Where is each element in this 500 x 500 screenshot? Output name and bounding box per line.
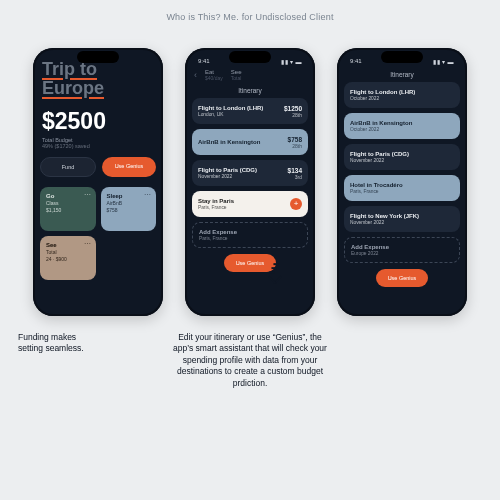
trip-title: Trip to Europe <box>40 58 156 98</box>
budget-label: Total Budget <box>42 137 73 143</box>
more-icon[interactable]: ⋯ <box>84 191 91 199</box>
status-icons: ▮▮ ▾ ▬ <box>433 58 454 65</box>
category-sleep[interactable]: ⋯ Sleep AirBnB $758 <box>101 187 157 231</box>
category-go[interactable]: ⋯ Go Class $1,150 <box>40 187 96 231</box>
item-sub: October 2022 <box>350 127 454 132</box>
category-sub: Class <box>46 200 90 207</box>
category-sub: Total <box>46 249 90 256</box>
status-time: 9:41 <box>198 58 210 65</box>
itinerary-header: Itinerary <box>192 85 308 98</box>
item-sub: November 2022 <box>198 174 302 179</box>
itinerary-item[interactable]: Flight to New York (JFK) November 2022 <box>344 206 460 232</box>
phone-row: Trip to Europe $2500 Total Budget 49% ($… <box>0 48 500 316</box>
trip-budget-label: Total Budget 49% ($1720) saved <box>40 137 156 155</box>
itinerary-list: Flight to London (LHR) October 2022 AirB… <box>344 82 460 263</box>
item-title: AirBnB in Kensington <box>350 120 454 127</box>
itinerary-item-new[interactable]: Stay in Paris Paris, France + <box>192 191 308 217</box>
cursor-icon <box>268 270 282 284</box>
item-title: Flight to Paris (CDG) <box>350 151 454 158</box>
item-title: Add Expense <box>351 244 453 251</box>
itinerary-item[interactable]: AirBnB in Kensington October 2022 <box>344 113 460 139</box>
category-grid: ⋯ Go Class $1,150 ⋯ Sleep AirBnB $758 ⋯ … <box>40 183 156 280</box>
item-sub: October 2022 <box>350 96 454 101</box>
item-meta: $758 28th <box>288 136 302 149</box>
fund-button[interactable]: Fund <box>40 157 96 177</box>
use-genius-button[interactable]: Use Genius <box>376 269 428 287</box>
item-sub: Paris, France <box>350 189 454 194</box>
more-icon[interactable]: ⋯ <box>84 240 91 248</box>
item-title: Hotel in Trocadéro <box>350 182 454 189</box>
itinerary-item[interactable]: Flight to London (LHR) London, UK $1250 … <box>192 98 308 124</box>
itinerary-item[interactable]: Hotel in Trocadéro Paris, France <box>344 175 460 201</box>
status-icons: ▮▮ ▾ ▬ <box>281 58 302 65</box>
breadcrumb: ‹ Eat $40/day See Total <box>192 69 308 85</box>
back-icon[interactable]: ‹ <box>194 70 197 80</box>
item-title: AirBnB in Kensington <box>198 139 302 146</box>
more-icon[interactable]: ⋯ <box>144 191 151 199</box>
item-date: 28th <box>284 112 302 118</box>
budget-cta-row: Fund Use Genius <box>40 155 156 183</box>
caption-1: Funding makes setting seamless. <box>18 332 148 389</box>
itinerary-item[interactable]: AirBnB in Kensington $758 28th <box>192 129 308 155</box>
itinerary-header: Itinerary <box>344 69 460 82</box>
item-sub: Europe 2022 <box>351 251 453 256</box>
item-price: $1250 <box>284 105 302 112</box>
crumb-eat[interactable]: Eat $40/day <box>205 69 223 81</box>
item-title: Flight to New York (JFK) <box>350 213 454 220</box>
add-expense-tile[interactable]: Add Expense Europe 2022 <box>344 237 460 263</box>
phone-notch <box>381 51 423 63</box>
attribution-text: Who is This? Me. for Undisclosed Client <box>0 12 500 22</box>
use-genius-button[interactable]: Use Genius <box>224 254 276 272</box>
category-value: $758 <box>107 207 151 214</box>
item-title: Add Expense <box>199 229 301 236</box>
trip-budget-amount: $2500 <box>40 98 156 137</box>
item-price: $134 <box>288 167 302 174</box>
item-meta: $1250 28th <box>284 105 302 118</box>
item-title: Stay in Paris <box>198 198 234 205</box>
itinerary-item[interactable]: Flight to London (LHR) October 2022 <box>344 82 460 108</box>
crumb-sub: $40/day <box>205 75 223 81</box>
status-time: 9:41 <box>350 58 362 65</box>
use-genius-button[interactable]: Use Genius <box>102 157 156 177</box>
phone-itinerary-edit: 9:41 ▮▮ ▾ ▬ ‹ Eat $40/day See Total Itin… <box>185 48 315 316</box>
budget-saved: 49% ($1720) saved <box>42 143 90 149</box>
add-icon[interactable]: + <box>290 198 302 210</box>
item-price: $758 <box>288 136 302 143</box>
item-sub: Paris, France <box>199 236 301 241</box>
category-value: $1,150 <box>46 207 90 214</box>
item-sub: November 2022 <box>350 220 454 225</box>
caption-3 <box>352 332 482 389</box>
item-title: Flight to London (LHR) <box>350 89 454 96</box>
item-date: 3rd <box>288 174 302 180</box>
item-sub: November 2022 <box>350 158 454 163</box>
category-see[interactable]: ⋯ See Total 24 · $900 <box>40 236 96 280</box>
item-meta: $134 3rd <box>288 167 302 180</box>
item-sub: Paris, France <box>198 205 234 210</box>
phone-notch <box>77 51 119 63</box>
item-date: 28th <box>288 143 302 149</box>
item-title: Flight to Paris (CDG) <box>198 167 302 174</box>
category-value: 24 · $900 <box>46 256 90 263</box>
phone-budget: Trip to Europe $2500 Total Budget 49% ($… <box>33 48 163 316</box>
crumb-sub: Total <box>231 75 242 81</box>
category-sub: AirBnB <box>107 200 151 207</box>
itinerary-item[interactable]: Flight to Paris (CDG) November 2022 $134… <box>192 160 308 186</box>
caption-row: Funding makes setting seamless. Edit you… <box>0 332 500 389</box>
phone-itinerary-full: 9:41 ▮▮ ▾ ▬ Itinerary Flight to London (… <box>337 48 467 316</box>
add-expense-tile[interactable]: Add Expense Paris, France <box>192 222 308 248</box>
itinerary-item[interactable]: Flight to Paris (CDG) November 2022 <box>344 144 460 170</box>
phone-notch <box>229 51 271 63</box>
caption-2: Edit your itinerary or use “Genius”, the… <box>170 332 330 389</box>
crumb-see[interactable]: See Total <box>231 69 242 81</box>
itinerary-list: Flight to London (LHR) London, UK $1250 … <box>192 98 308 248</box>
